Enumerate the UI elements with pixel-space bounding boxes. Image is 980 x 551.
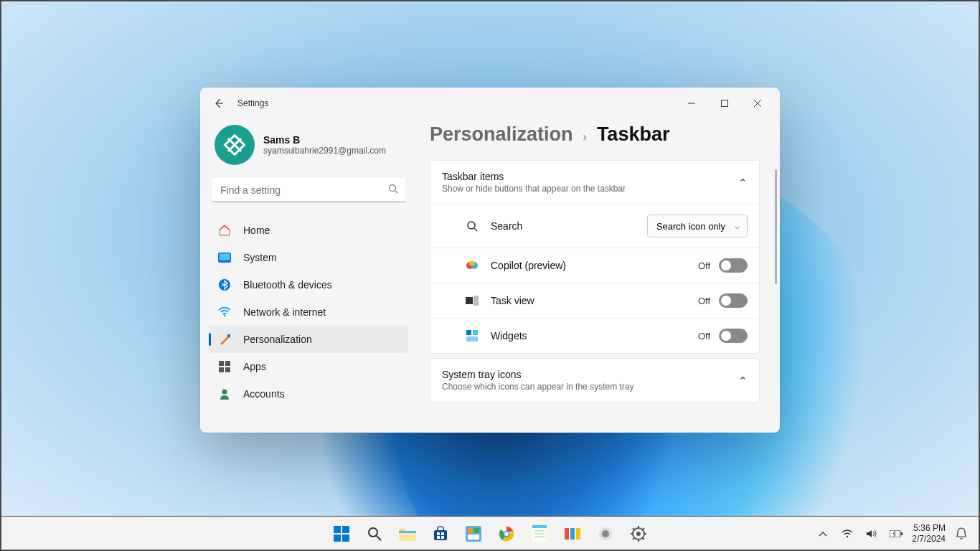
row-label: Task view (491, 295, 698, 306)
nav-label: Apps (243, 361, 266, 372)
nav-label: Personalization (243, 334, 312, 345)
card-subtitle: Show or hide buttons that appear on the … (442, 184, 738, 194)
search-mode-dropdown[interactable]: Search icon only (647, 215, 748, 237)
taskbar-center (327, 519, 653, 548)
svg-rect-1 (722, 100, 728, 107)
file-explorer-button[interactable] (393, 519, 422, 548)
svg-rect-38 (441, 536, 444, 539)
svg-rect-26 (334, 526, 341, 533)
store-icon (433, 526, 448, 542)
wifi-tray-icon[interactable] (839, 529, 856, 538)
maximize-button[interactable] (708, 92, 741, 115)
tray-expand-button[interactable] (814, 531, 831, 537)
bluetooth-icon (217, 278, 232, 292)
svg-rect-52 (570, 528, 575, 540)
person-icon (217, 387, 232, 401)
tray-clock[interactable]: 5:36 PM 2/7/2024 (912, 523, 946, 544)
close-icon (754, 100, 761, 107)
pinned-app-3[interactable] (591, 519, 620, 548)
search-input[interactable] (212, 178, 405, 202)
svg-point-4 (390, 185, 396, 192)
system-tray: 5:36 PM 2/7/2024 (814, 523, 979, 544)
svg-point-15 (222, 390, 227, 395)
svg-rect-28 (334, 534, 341, 542)
maximize-icon (721, 100, 728, 107)
pinned-app-1[interactable] (459, 519, 488, 548)
battery-tray-icon[interactable] (887, 530, 905, 537)
widgets-toggle[interactable] (719, 329, 748, 343)
notepad-button[interactable] (525, 519, 554, 548)
notifications-button[interactable] (953, 527, 970, 540)
search-icon (388, 184, 398, 197)
toggle-state-label: Off (698, 260, 710, 271)
chrome-button[interactable] (492, 519, 521, 548)
svg-rect-41 (474, 528, 479, 533)
back-button[interactable] (206, 90, 232, 116)
profile-block[interactable]: Sams B syamsulbahrie2991@gmail.com (209, 119, 408, 178)
svg-rect-46 (532, 527, 547, 542)
close-button[interactable] (741, 92, 774, 115)
svg-rect-11 (219, 361, 224, 366)
clock-date: 2/7/2024 (912, 534, 946, 544)
card-subtitle: Choose which icons can appear in the sys… (442, 382, 738, 392)
svg-rect-12 (225, 361, 230, 366)
row-task-view: Task view Off (430, 283, 759, 318)
minimize-button[interactable] (675, 92, 708, 115)
svg-point-66 (847, 535, 848, 537)
svg-rect-22 (473, 296, 479, 306)
app-icon (598, 526, 613, 542)
nav-home[interactable]: Home (209, 217, 408, 244)
desktop-wallpaper: Settings Sams B syamsulbahrie2991@gmail.… (1, 1, 979, 516)
svg-rect-37 (437, 536, 440, 539)
wifi-icon (842, 529, 853, 538)
avatar-knot-icon (222, 132, 248, 158)
taskbar-search-button[interactable] (360, 519, 389, 548)
svg-point-30 (369, 528, 377, 537)
gear-icon (631, 526, 646, 542)
card-header-taskbar-items[interactable]: Taskbar items Show or hide buttons that … (430, 161, 759, 204)
search-box (212, 178, 405, 202)
chevron-up-icon (819, 531, 827, 537)
svg-line-5 (395, 191, 398, 194)
folder-icon (399, 527, 416, 541)
chevron-up-icon: ⌄ (738, 176, 748, 189)
nav-apps[interactable]: Apps (209, 353, 408, 380)
back-arrow-icon (213, 98, 225, 109)
svg-rect-33 (399, 531, 416, 533)
svg-rect-21 (466, 297, 473, 304)
search-icon (465, 219, 479, 233)
content-scrollbar[interactable] (775, 169, 777, 284)
svg-rect-36 (441, 532, 444, 535)
nav-accounts[interactable]: Accounts (209, 380, 408, 408)
nav-personalization[interactable]: Personalization (209, 326, 408, 353)
svg-rect-35 (437, 532, 440, 535)
breadcrumb-parent[interactable]: Personalization (430, 123, 573, 146)
profile-name: Sams B (263, 134, 386, 146)
svg-point-20 (469, 260, 475, 266)
toggle-state-label: Off (698, 331, 710, 342)
clock-time: 5:36 PM (912, 523, 946, 533)
svg-rect-51 (565, 528, 569, 540)
nav-label: Accounts (243, 388, 285, 400)
volume-tray-icon[interactable] (863, 529, 880, 539)
copilot-toggle[interactable] (719, 258, 748, 273)
start-button[interactable] (327, 519, 356, 548)
row-label: Search (491, 220, 647, 232)
pinned-app-2[interactable] (558, 519, 587, 548)
settings-taskbar-button[interactable] (624, 519, 653, 548)
task-view-toggle[interactable] (719, 293, 748, 308)
microsoft-store-button[interactable] (426, 519, 455, 548)
svg-point-57 (636, 532, 641, 536)
sidebar: Sams B syamsulbahrie2991@gmail.com (200, 119, 415, 433)
speaker-icon (866, 529, 877, 539)
nav-label: Bluetooth & devices (243, 279, 332, 291)
svg-line-65 (642, 528, 644, 530)
card-header-system-tray[interactable]: System tray icons Choose which icons can… (430, 359, 759, 402)
nav-system[interactable]: System (209, 244, 408, 271)
svg-rect-32 (399, 532, 416, 541)
nav-bluetooth[interactable]: Bluetooth & devices (209, 271, 408, 298)
svg-line-17 (474, 228, 477, 231)
nav-network[interactable]: Network & internet (209, 298, 408, 326)
svg-rect-68 (901, 532, 903, 535)
svg-rect-29 (342, 534, 349, 542)
